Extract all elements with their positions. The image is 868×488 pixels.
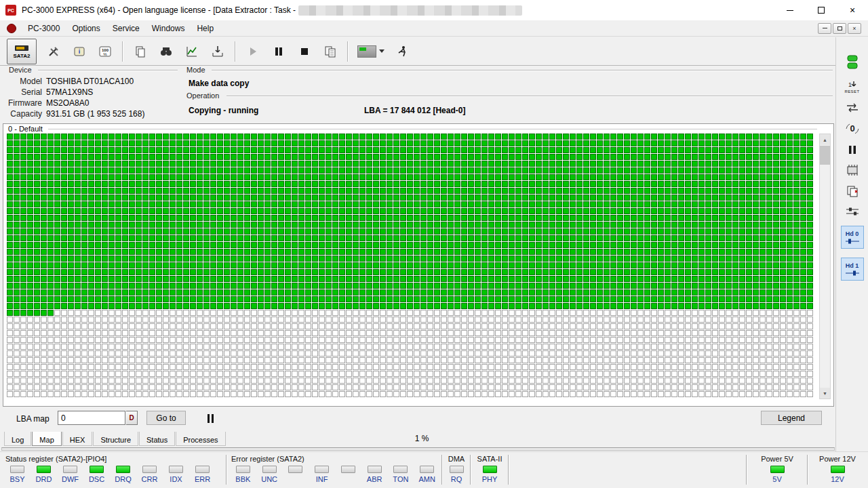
pause-tool-button[interactable] bbox=[847, 144, 858, 155]
toolbar-separator bbox=[122, 41, 123, 62]
swap-power-button[interactable] bbox=[846, 102, 859, 113]
led-indicator bbox=[420, 466, 434, 473]
statusbar-separator bbox=[470, 455, 471, 485]
mode-value: Make data copy bbox=[189, 79, 249, 88]
toolbar-separator bbox=[235, 41, 236, 62]
led-label: UNC bbox=[261, 475, 277, 484]
sata-title: SATA-II bbox=[473, 455, 507, 463]
led-label: IDX bbox=[170, 475, 182, 484]
pause-button[interactable] bbox=[266, 39, 292, 64]
led-indicator bbox=[770, 466, 785, 473]
led-label: RQ bbox=[451, 475, 462, 484]
statusbar-separator bbox=[807, 455, 808, 485]
maximize-icon bbox=[818, 7, 825, 14]
scroll-up-button[interactable]: ▲ bbox=[820, 134, 830, 145]
mdi-restore-button[interactable] bbox=[833, 23, 846, 34]
reset-button[interactable]: 1 RESET bbox=[844, 80, 859, 94]
chip-tool-button[interactable] bbox=[845, 164, 860, 176]
goto-button[interactable]: Go to bbox=[146, 411, 186, 425]
hd0-button[interactable]: Hd 0 bbox=[841, 226, 864, 249]
tools-button[interactable] bbox=[41, 39, 66, 64]
mdi-minimize-icon bbox=[823, 28, 827, 28]
tab-structure[interactable]: Structure bbox=[93, 432, 138, 446]
menubar: PC-3000 Options Service Windows Help × bbox=[0, 20, 868, 37]
led-IDX: IDX bbox=[163, 466, 189, 484]
binoculars-icon bbox=[159, 45, 173, 58]
led-TON: TON bbox=[388, 466, 414, 484]
search-button[interactable] bbox=[153, 39, 179, 64]
menu-pc3000[interactable]: PC-3000 bbox=[22, 22, 66, 35]
stop-button[interactable] bbox=[292, 39, 317, 64]
reset-icon: 1 bbox=[846, 80, 858, 89]
device-panel-title: Device bbox=[7, 66, 34, 74]
maximize-button[interactable] bbox=[806, 0, 837, 20]
error-register-title: Error register (SATA2) bbox=[230, 455, 440, 463]
copy-pages-icon bbox=[846, 185, 859, 197]
led-INF: INF bbox=[309, 466, 335, 484]
copy-tool-button[interactable] bbox=[846, 185, 859, 197]
toolbar: SATA2 i 100% bbox=[0, 37, 835, 66]
tab-map[interactable]: Map bbox=[32, 432, 61, 446]
process-button[interactable] bbox=[389, 39, 415, 64]
progress-percent: 1 % bbox=[407, 434, 437, 443]
led-label: AMN bbox=[418, 475, 435, 484]
minimize-button[interactable] bbox=[774, 0, 806, 20]
copy-button[interactable] bbox=[317, 39, 343, 64]
scroll-down-button[interactable]: ▼ bbox=[820, 388, 830, 399]
menu-windows[interactable]: Windows bbox=[146, 22, 191, 35]
led-DRQ: DRQ bbox=[110, 466, 136, 484]
map-scrollbar[interactable]: ▲ ▼ bbox=[819, 134, 831, 399]
map-pause-button[interactable] bbox=[203, 412, 217, 424]
device-model-row: Model TOSHIBA DT01ACA100 bbox=[3, 77, 178, 87]
led-ERR: ERR bbox=[189, 466, 216, 484]
power12-leds: 12V bbox=[810, 466, 865, 484]
mdi-minimize-button[interactable] bbox=[818, 23, 831, 34]
pause-bar-icon bbox=[212, 414, 214, 423]
led-indicator bbox=[116, 466, 130, 473]
swap-arrows-icon bbox=[846, 102, 859, 113]
close-button[interactable]: × bbox=[837, 0, 868, 20]
mdi-restore-icon bbox=[837, 26, 842, 30]
tab-processes[interactable]: Processes bbox=[176, 432, 225, 446]
play-icon bbox=[246, 45, 260, 58]
slider-tool-button[interactable] bbox=[845, 206, 860, 217]
tab-log[interactable]: Log bbox=[4, 432, 31, 446]
oscilloscope-button[interactable]: 0 bbox=[845, 122, 860, 136]
percent-view-button[interactable]: 100% bbox=[92, 39, 118, 64]
device-serial-row: Serial 57MA1X9NS bbox=[3, 87, 178, 98]
legend-button[interactable]: Legend bbox=[761, 411, 822, 425]
power5-section: Power 5V 5V bbox=[749, 455, 806, 487]
tab-hex[interactable]: HEX bbox=[62, 432, 93, 446]
sector-map-grid[interactable] bbox=[7, 134, 814, 398]
led-indicator bbox=[195, 466, 210, 473]
led-indicator bbox=[288, 466, 302, 473]
map-mode-dropdown[interactable] bbox=[353, 41, 389, 62]
mdi-close-button[interactable]: × bbox=[848, 23, 861, 34]
graph-button[interactable] bbox=[179, 39, 205, 64]
power5-title: Power 5V bbox=[749, 455, 806, 463]
oscilloscope-icon: 0 bbox=[845, 122, 860, 136]
reset-label: RESET bbox=[844, 89, 859, 94]
statusbar-separator bbox=[746, 455, 747, 485]
export-button[interactable] bbox=[205, 39, 231, 64]
tab-status[interactable]: Status bbox=[139, 432, 175, 446]
map-preview-icon bbox=[357, 45, 376, 58]
pages-button[interactable] bbox=[127, 39, 153, 64]
menu-help[interactable]: Help bbox=[191, 22, 220, 35]
error-register-leds: BBKUNCINFABRTONAMN bbox=[230, 466, 440, 484]
scrollbar-thumb[interactable] bbox=[820, 146, 830, 165]
lba-input[interactable] bbox=[58, 411, 125, 425]
device-panel: Device Model TOSHIBA DT01ACA100 Serial 5… bbox=[3, 66, 178, 122]
statusbar-separator bbox=[226, 455, 227, 485]
hd1-button[interactable]: Hd 1 bbox=[841, 258, 864, 281]
play-button[interactable] bbox=[240, 39, 266, 64]
menu-options[interactable]: Options bbox=[66, 22, 106, 35]
lba-format-button[interactable]: D bbox=[126, 411, 138, 425]
sata2-port-button[interactable]: SATA2 bbox=[7, 39, 37, 64]
menu-service[interactable]: Service bbox=[106, 22, 146, 35]
app-icon: PC bbox=[5, 5, 16, 16]
lba-map-label: LBA map bbox=[16, 414, 50, 424]
led-label: 5V bbox=[772, 475, 781, 484]
drives-button[interactable] bbox=[846, 55, 859, 71]
utility-info-button[interactable]: i bbox=[66, 39, 92, 64]
